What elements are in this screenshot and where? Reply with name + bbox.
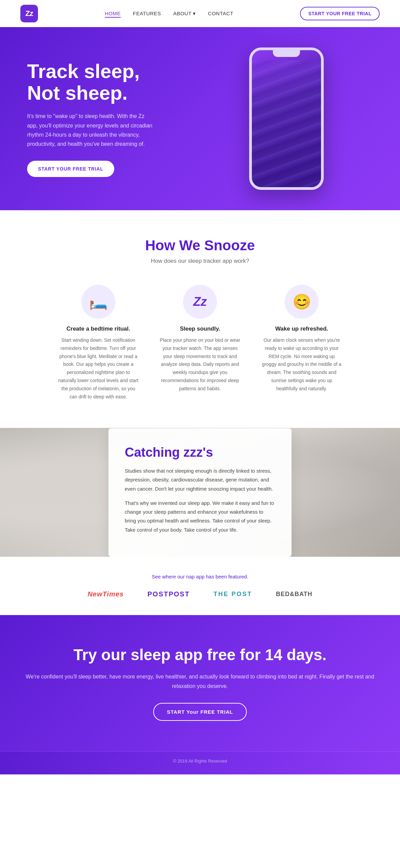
navbar-cta-button[interactable]: START YOUR FREE TRIAL — [300, 7, 380, 20]
catching-card: Catching zzz's Studies show that not sle… — [108, 428, 292, 557]
hero-content: Track sleep, Not sheep. It's time to "wa… — [27, 60, 200, 177]
smiley-icon-circle: 😊 — [285, 285, 319, 319]
footer-copyright: © 2019 All Rights Reserved — [20, 758, 380, 764]
catching-heading: Catching zzz's — [125, 445, 275, 460]
zz-icon-circle: Zz — [183, 285, 217, 319]
features-grid: 🛏️ Create a bedtime ritual. Start windin… — [20, 285, 380, 401]
featured-logos: NewTimes POSTPOST THE POST BED&BATH — [20, 590, 380, 598]
nav-home[interactable]: HOME — [105, 11, 121, 18]
nav-links: HOME FEATURES ABOUT ▾ CONTACT — [105, 11, 233, 17]
phone-notch — [273, 50, 300, 57]
how-subtitle: How does our sleep tracker app work? — [20, 258, 380, 264]
chevron-down-icon: ▾ — [193, 11, 196, 17]
bottom-cta-heading: Try our sleep app free for 14 days. — [20, 646, 380, 664]
footer: © 2019 All Rights Reserved — [0, 751, 400, 774]
feature-sleep-body: Place your phone on your bed or wear you… — [159, 336, 241, 393]
catching-para1: Studies show that not sleeping enough is… — [125, 467, 275, 493]
feature-bedtime-title: Create a bedtime ritual. — [58, 326, 139, 332]
feature-sleep: Zz Sleep soundly. Place your phone on yo… — [159, 285, 241, 401]
logo-bedbath: BED&BATH — [276, 591, 313, 598]
hero-cta-button[interactable]: START YOUR FREE TRIAL — [27, 161, 114, 177]
bottom-cta-section: Try our sleep app free for 14 days. We'r… — [0, 615, 400, 751]
catching-section: Catching zzz's Studies show that not sle… — [0, 428, 400, 557]
phone-screen — [252, 60, 321, 187]
bottom-cta-button[interactable]: START Your FREE TRIAL — [153, 703, 246, 721]
navbar: Zz HOME FEATURES ABOUT ▾ CONTACT START Y… — [0, 0, 400, 27]
featured-section: See where our nap app has been featured.… — [0, 557, 400, 615]
bed-icon-circle: 🛏️ — [81, 285, 115, 319]
nav-features[interactable]: FEATURES — [133, 11, 161, 16]
featured-tagline: See where our nap app has been featured. — [20, 574, 380, 579]
smiley-icon: 😊 — [293, 293, 311, 311]
feature-wakeup-body: Our alarm clock senses when you're ready… — [261, 336, 342, 393]
feature-wakeup-title: Wake up refreshed. — [261, 326, 342, 332]
feature-bedtime-body: Start winding down. Set notification rem… — [58, 336, 139, 401]
logo-postpost: POSTPOST — [147, 590, 190, 598]
logo-thepost: THE POST — [214, 591, 252, 598]
logo: Zz — [20, 5, 38, 22]
hero-phone — [200, 47, 373, 190]
hero-section: Track sleep, Not sheep. It's time to "wa… — [0, 27, 400, 210]
logo-newtimes: NewTimes — [87, 590, 124, 598]
nav-contact[interactable]: CONTACT — [208, 11, 234, 16]
bed-icon: 🛏️ — [89, 293, 108, 311]
hero-body: It's time to "wake up" to sleep health. … — [27, 112, 156, 149]
how-heading: How We Snooze — [20, 237, 380, 254]
phone-mockup — [249, 47, 324, 190]
how-section: How We Snooze How does our sleep tracker… — [0, 210, 400, 428]
feature-sleep-title: Sleep soundly. — [159, 326, 241, 332]
catching-para2: That's why we invented our sleep app. We… — [125, 499, 275, 534]
bottom-cta-body: We're confident you'll sleep better, hav… — [20, 672, 380, 690]
feature-bedtime: 🛏️ Create a bedtime ritual. Start windin… — [58, 285, 139, 401]
feature-wakeup: 😊 Wake up refreshed. Our alarm clock sen… — [261, 285, 342, 401]
nav-about[interactable]: ABOUT ▾ — [173, 11, 196, 17]
zz-icon: Zz — [193, 295, 207, 309]
hero-headline: Track sleep, Not sheep. — [27, 60, 200, 104]
